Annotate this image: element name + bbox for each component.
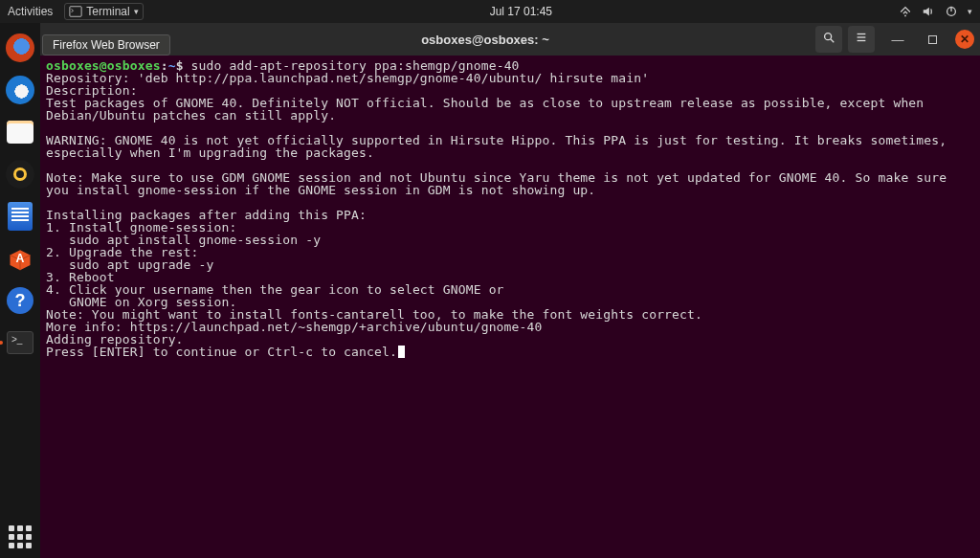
panel-left: Activities Terminal ▾ [8, 3, 144, 20]
dock-item-files[interactable] [3, 115, 37, 149]
rhythmbox-icon [6, 160, 34, 189]
window-title: osboxes@osboxes: ~ [155, 33, 815, 47]
firefox-icon [6, 33, 34, 62]
hamburger-menu-button[interactable] [848, 26, 875, 53]
svg-rect-0 [70, 7, 81, 17]
close-icon: ✕ [960, 33, 969, 45]
help-icon: ? [7, 287, 33, 314]
maximize-icon [928, 35, 937, 44]
svg-point-1 [904, 15, 906, 17]
app-menu-label: Terminal [86, 5, 129, 18]
dock-item-software[interactable]: A [3, 241, 37, 276]
writer-icon [8, 202, 33, 231]
chevron-down-icon: ▾ [968, 7, 972, 16]
activities-button[interactable]: Activities [8, 5, 53, 18]
terminal-icon [69, 5, 82, 18]
hamburger-icon [855, 31, 868, 48]
dock: A ? >_ [0, 23, 40, 558]
power-icon [945, 5, 958, 18]
terminal-window: osboxes@osboxes: ~ — ✕ osboxes@osboxes:~… [40, 23, 980, 558]
thunderbird-icon [6, 76, 34, 104]
chevron-down-icon: ▾ [134, 7, 139, 16]
volume-icon [922, 5, 935, 18]
app-menu-button[interactable]: Terminal ▾ [64, 3, 143, 20]
titlebar[interactable]: osboxes@osboxes: ~ — ✕ [40, 23, 980, 56]
minimize-button[interactable]: — [886, 28, 909, 51]
clock[interactable]: Jul 17 01:45 [144, 5, 899, 18]
network-icon [899, 5, 912, 18]
dock-item-help[interactable]: ? [3, 283, 37, 318]
software-icon: A [7, 245, 33, 272]
minimize-icon: — [892, 33, 904, 47]
show-applications-button[interactable] [3, 520, 37, 554]
files-icon [7, 121, 33, 144]
svg-point-5 [825, 33, 832, 40]
dock-item-writer[interactable] [3, 199, 37, 234]
search-icon [822, 31, 835, 48]
dock-tooltip: Firefox Web Browser [42, 34, 170, 56]
titlebar-controls: — ✕ [815, 26, 974, 53]
system-tray[interactable]: ▾ [899, 5, 972, 18]
dock-item-firefox[interactable] [3, 31, 37, 65]
top-panel: Activities Terminal ▾ Jul 17 01:45 ▾ [0, 0, 980, 23]
terminal-icon: >_ [7, 331, 33, 354]
terminal-output[interactable]: osboxes@osboxes:~$ sudo add-apt-reposito… [40, 56, 980, 558]
dock-item-thunderbird[interactable] [3, 73, 37, 107]
svg-text:A: A [16, 252, 25, 265]
maximize-button[interactable] [921, 28, 944, 51]
terminal-body-text: Repository: 'deb http://ppa.launchpad.ne… [46, 71, 954, 359]
svg-line-6 [831, 39, 835, 43]
search-button[interactable] [815, 26, 842, 53]
terminal-cursor [398, 346, 405, 358]
dock-item-rhythmbox[interactable] [3, 157, 37, 191]
close-button[interactable]: ✕ [955, 30, 974, 49]
apps-grid-icon [9, 525, 32, 548]
dock-item-terminal[interactable]: >_ [3, 325, 37, 360]
